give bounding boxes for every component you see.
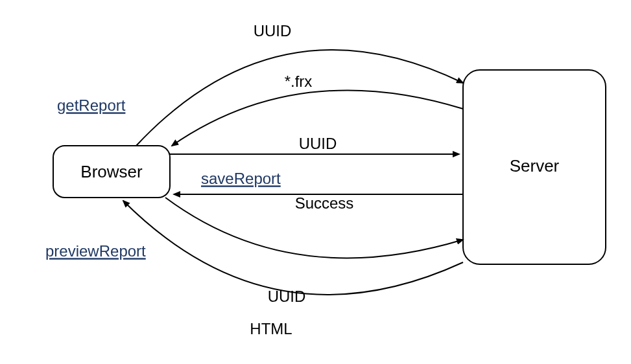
getreport-group-label: getReport [57, 97, 126, 114]
previewreport-request-label: UUID [268, 288, 306, 305]
browser-node: Browser [53, 146, 170, 198]
server-node: Server [463, 70, 606, 264]
savereport-response-label: Success [295, 194, 354, 212]
previewreport-response-arrow [123, 201, 463, 295]
previewreport-response-label: HTML [250, 320, 292, 337]
browser-label: Browser [80, 162, 143, 181]
server-label: Server [510, 156, 560, 176]
savereport-request-label: UUID [299, 135, 337, 152]
getreport-response-label: *.frx [285, 73, 313, 90]
previewreport-group-label: previewReport [45, 242, 146, 260]
getreport-request-label: UUID [254, 22, 292, 40]
getreport-request-arrow [136, 50, 463, 146]
savereport-group-label: saveReport [201, 170, 281, 187]
